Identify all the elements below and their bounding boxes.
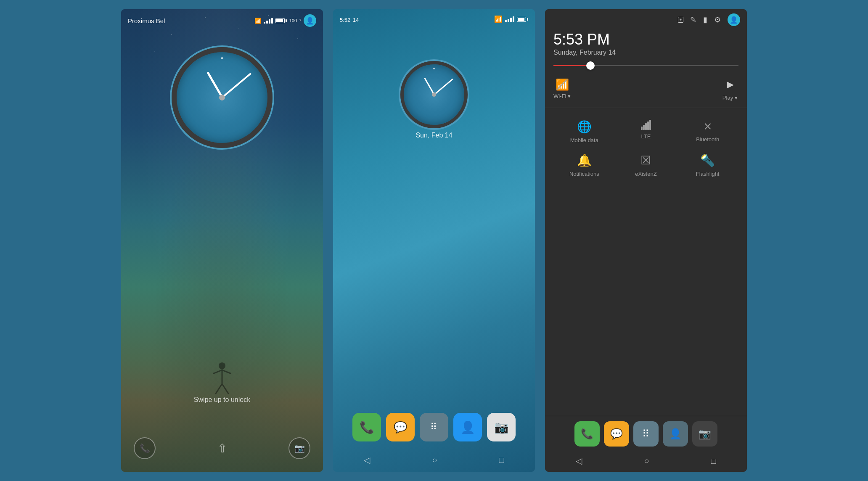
existenz-icon: ☒ — [640, 153, 651, 167]
home-nav-bar: ◁ ○ □ — [333, 450, 535, 472]
flashlight-label: Flashlight — [696, 171, 720, 177]
notif-home-button[interactable]: ○ — [644, 456, 649, 466]
flashlight-icon: 🔦 — [700, 153, 715, 167]
clock-dot — [221, 57, 223, 59]
notif-dock-apps[interactable]: ⠿ — [633, 421, 659, 447]
home-battery — [517, 17, 528, 22]
camera-icon: 📷 — [494, 420, 509, 434]
home-clock-dot — [433, 68, 435, 69]
toggle-notifications[interactable]: 🔔 Notifications — [553, 148, 615, 182]
notif-dock-contacts[interactable]: 👤 — [663, 421, 688, 447]
analog-clock-home — [400, 61, 468, 128]
lock-bottom-actions: 📞 ⇧ 📷 — [121, 437, 323, 472]
svg-point-0 — [219, 362, 225, 369]
notif-nav-bar: ◁ ○ □ — [545, 452, 747, 472]
brightness-thumb[interactable] — [586, 61, 595, 70]
carrier-name: Proximus Bel — [128, 17, 165, 24]
dock-camera-button[interactable]: 📷 — [487, 413, 516, 441]
clock-widget-lock — [172, 47, 273, 148]
home-screen-panel: 5:52 14 📶 — [333, 9, 535, 472]
dock-apps-button[interactable]: ⠿ — [420, 413, 448, 441]
notif-camera-icon: 📷 — [699, 428, 711, 440]
battery-indicator — [275, 18, 287, 23]
bell-icon: 🔔 — [577, 153, 592, 167]
home-clock-time: 5:52 14 — [340, 14, 359, 24]
wifi-toggle-area: 📶 Wi-Fi ▾ — [553, 78, 571, 99]
notif-dock-camera[interactable]: 📷 — [692, 421, 717, 447]
background-person — [209, 361, 235, 396]
status-bar-lock: Proximus Bel 📶 100 ° 👤 — [121, 9, 323, 30]
notif-dock-phone[interactable]: 📞 — [574, 421, 600, 447]
globe-icon: 🌐 — [577, 120, 592, 134]
notif-avatar[interactable]: 👤 — [728, 13, 740, 26]
signal-bars — [264, 18, 273, 24]
media-wifi-row: 📶 Wi-Fi ▾ ▶ Play ▾ — [545, 73, 747, 108]
lock-screen-panel: Proximus Bel 📶 100 ° 👤 — [121, 9, 323, 472]
media-play-area: ▶ Play ▾ — [722, 76, 738, 101]
dock-phone-button[interactable]: 📞 — [352, 413, 381, 441]
swipe-unlock-text: Swipe up to unlock — [194, 396, 250, 404]
brightness-slider[interactable] — [553, 65, 738, 66]
edit-icon[interactable]: ✎ — [690, 15, 696, 24]
brightness-row — [545, 61, 747, 73]
toggle-flashlight[interactable]: 🔦 Flashlight — [677, 148, 738, 182]
notif-phone-icon: 📞 — [581, 428, 593, 440]
status-icons-right: 📶 100 ° 👤 — [254, 14, 316, 27]
home-minute-hand — [434, 79, 453, 95]
swipe-up-arrow: ⇧ — [217, 441, 227, 455]
notif-dock-msg[interactable]: 💬 — [604, 421, 629, 447]
dock-contacts-button[interactable]: 👤 — [453, 413, 482, 441]
status-bar-home: 5:52 14 📶 — [333, 9, 535, 27]
contacts-icon: 👤 — [460, 420, 475, 434]
phone-quick-action[interactable]: 📞 — [134, 437, 156, 459]
home-date: Sun, Feb 14 — [415, 132, 452, 139]
notif-battery-box: + — [678, 17, 683, 23]
mobile-data-label: Mobile data — [570, 137, 598, 143]
toggle-existenz[interactable]: ☒ eXistenZ — [615, 148, 677, 182]
battery-percent: 100 — [289, 18, 297, 23]
messenger-icon: 💬 — [394, 421, 407, 434]
notif-datetime-area: 5:53 PM Sunday, February 14 — [545, 29, 747, 61]
brightness-fill — [553, 65, 590, 66]
user-avatar[interactable]: 👤 — [304, 14, 316, 27]
dock-messenger-button[interactable]: 💬 — [386, 413, 415, 441]
home-clock-center — [432, 92, 436, 97]
home-status-icons: 📶 — [494, 15, 528, 23]
play-label: Play ▾ — [722, 95, 738, 101]
notif-bottom-dock: 📞 💬 ⠿ 👤 📷 — [545, 416, 747, 452]
home-time-area: 5:52 14 — [340, 14, 359, 24]
wifi-icon: 📶 — [254, 18, 261, 24]
chart-icon[interactable]: ▮ — [703, 15, 707, 24]
toggle-mobile-data[interactable]: 🌐 Mobile data — [553, 115, 615, 148]
bluetooth-label: Bluetooth — [696, 136, 719, 143]
quick-toggles-grid: 🌐 Mobile data LTE ⨯ Bluetooth 🔔 Notifica… — [545, 108, 747, 189]
play-button[interactable]: ▶ — [722, 76, 738, 93]
notif-apps-icon: ⠿ — [642, 428, 650, 440]
back-button[interactable]: ◁ — [364, 455, 370, 465]
notification-panel: + ✎ ▮ ⚙ 👤 5:53 PM Sunday, February 14 📶 … — [545, 9, 747, 472]
wifi-label: Wi-Fi ▾ — [553, 93, 571, 99]
home-button[interactable]: ○ — [432, 455, 437, 465]
wifi-crossed-icon: 📶 — [556, 78, 569, 91]
hour-hand — [206, 71, 223, 98]
clock-center — [219, 95, 225, 100]
camera-quick-action[interactable]: 📷 — [288, 437, 310, 459]
notif-time-display: 5:53 PM — [553, 32, 738, 47]
settings-icon[interactable]: ⚙ — [714, 15, 721, 24]
minute-hand — [222, 73, 252, 98]
home-signal-bars — [505, 16, 514, 22]
home-dock: 📞 💬 ⠿ 👤 📷 — [333, 408, 535, 447]
phone-icon: 📞 — [360, 420, 374, 434]
bluetooth-icon: ⨯ — [703, 120, 712, 133]
lte-signal-icon — [641, 120, 651, 130]
home-clock-area: Sun, Feb 14 — [400, 36, 468, 139]
apps-grid-icon: ⠿ — [430, 422, 438, 433]
toggle-lte[interactable]: LTE — [615, 115, 677, 148]
recents-button[interactable]: □ — [499, 455, 504, 465]
notif-top-icons: + ✎ ▮ ⚙ 👤 — [545, 9, 747, 29]
notif-back-button[interactable]: ◁ — [576, 456, 582, 466]
existenz-label: eXistenZ — [635, 171, 656, 177]
toggle-bluetooth[interactable]: ⨯ Bluetooth — [677, 115, 738, 148]
notif-recents-button[interactable]: □ — [711, 456, 716, 466]
notif-date-display: Sunday, February 14 — [553, 49, 738, 56]
